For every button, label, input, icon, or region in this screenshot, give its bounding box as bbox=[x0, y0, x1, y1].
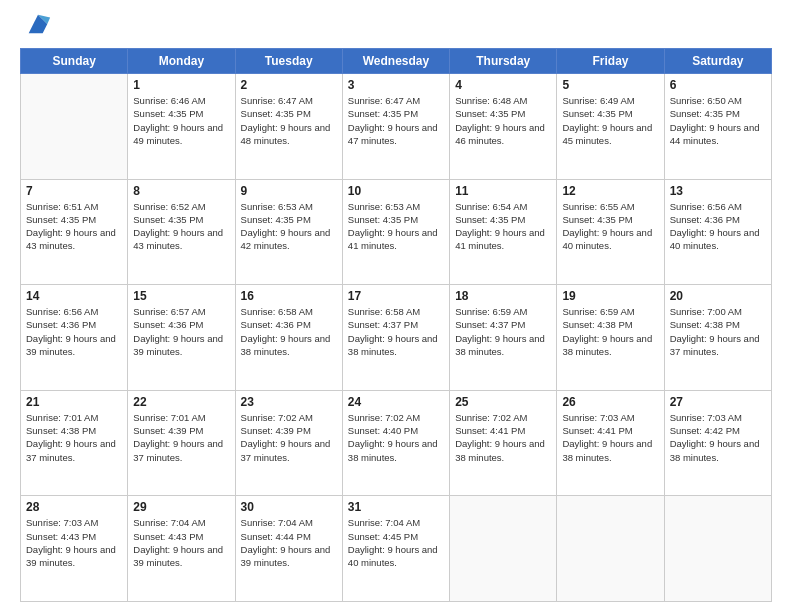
day-number: 11 bbox=[455, 184, 551, 198]
calendar-cell: 19Sunrise: 6:59 AMSunset: 4:38 PMDayligh… bbox=[557, 285, 664, 391]
cell-info: Sunrise: 6:48 AMSunset: 4:35 PMDaylight:… bbox=[455, 94, 551, 147]
cell-info: Sunrise: 6:53 AMSunset: 4:35 PMDaylight:… bbox=[348, 200, 444, 253]
day-number: 19 bbox=[562, 289, 658, 303]
day-number: 28 bbox=[26, 500, 122, 514]
calendar-cell: 15Sunrise: 6:57 AMSunset: 4:36 PMDayligh… bbox=[128, 285, 235, 391]
calendar-cell: 2Sunrise: 6:47 AMSunset: 4:35 PMDaylight… bbox=[235, 74, 342, 180]
cell-info: Sunrise: 7:04 AMSunset: 4:43 PMDaylight:… bbox=[133, 516, 229, 569]
calendar-week-row: 1Sunrise: 6:46 AMSunset: 4:35 PMDaylight… bbox=[21, 74, 772, 180]
cell-info: Sunrise: 7:01 AMSunset: 4:38 PMDaylight:… bbox=[26, 411, 122, 464]
calendar-cell: 11Sunrise: 6:54 AMSunset: 4:35 PMDayligh… bbox=[450, 179, 557, 285]
calendar-cell: 4Sunrise: 6:48 AMSunset: 4:35 PMDaylight… bbox=[450, 74, 557, 180]
day-number: 30 bbox=[241, 500, 337, 514]
calendar-cell: 26Sunrise: 7:03 AMSunset: 4:41 PMDayligh… bbox=[557, 390, 664, 496]
cell-info: Sunrise: 7:04 AMSunset: 4:45 PMDaylight:… bbox=[348, 516, 444, 569]
day-number: 9 bbox=[241, 184, 337, 198]
day-number: 4 bbox=[455, 78, 551, 92]
calendar-cell: 27Sunrise: 7:03 AMSunset: 4:42 PMDayligh… bbox=[664, 390, 771, 496]
calendar-cell bbox=[450, 496, 557, 602]
day-number: 7 bbox=[26, 184, 122, 198]
day-number: 31 bbox=[348, 500, 444, 514]
cell-info: Sunrise: 6:58 AMSunset: 4:36 PMDaylight:… bbox=[241, 305, 337, 358]
cell-info: Sunrise: 7:04 AMSunset: 4:44 PMDaylight:… bbox=[241, 516, 337, 569]
calendar-cell: 18Sunrise: 6:59 AMSunset: 4:37 PMDayligh… bbox=[450, 285, 557, 391]
day-number: 2 bbox=[241, 78, 337, 92]
cell-info: Sunrise: 6:56 AMSunset: 4:36 PMDaylight:… bbox=[670, 200, 766, 253]
cell-info: Sunrise: 6:46 AMSunset: 4:35 PMDaylight:… bbox=[133, 94, 229, 147]
calendar-week-row: 21Sunrise: 7:01 AMSunset: 4:38 PMDayligh… bbox=[21, 390, 772, 496]
cell-info: Sunrise: 7:03 AMSunset: 4:42 PMDaylight:… bbox=[670, 411, 766, 464]
day-number: 13 bbox=[670, 184, 766, 198]
calendar-cell bbox=[557, 496, 664, 602]
calendar-table: SundayMondayTuesdayWednesdayThursdayFrid… bbox=[20, 48, 772, 602]
weekday-header: Wednesday bbox=[342, 49, 449, 74]
day-number: 16 bbox=[241, 289, 337, 303]
day-number: 24 bbox=[348, 395, 444, 409]
day-number: 29 bbox=[133, 500, 229, 514]
calendar-week-row: 28Sunrise: 7:03 AMSunset: 4:43 PMDayligh… bbox=[21, 496, 772, 602]
cell-info: Sunrise: 7:02 AMSunset: 4:40 PMDaylight:… bbox=[348, 411, 444, 464]
calendar-week-row: 14Sunrise: 6:56 AMSunset: 4:36 PMDayligh… bbox=[21, 285, 772, 391]
cell-info: Sunrise: 6:49 AMSunset: 4:35 PMDaylight:… bbox=[562, 94, 658, 147]
weekday-header: Tuesday bbox=[235, 49, 342, 74]
calendar-cell: 20Sunrise: 7:00 AMSunset: 4:38 PMDayligh… bbox=[664, 285, 771, 391]
calendar-cell: 7Sunrise: 6:51 AMSunset: 4:35 PMDaylight… bbox=[21, 179, 128, 285]
day-number: 21 bbox=[26, 395, 122, 409]
cell-info: Sunrise: 7:00 AMSunset: 4:38 PMDaylight:… bbox=[670, 305, 766, 358]
cell-info: Sunrise: 7:01 AMSunset: 4:39 PMDaylight:… bbox=[133, 411, 229, 464]
weekday-header: Sunday bbox=[21, 49, 128, 74]
page: SundayMondayTuesdayWednesdayThursdayFrid… bbox=[0, 0, 792, 612]
cell-info: Sunrise: 6:50 AMSunset: 4:35 PMDaylight:… bbox=[670, 94, 766, 147]
day-number: 3 bbox=[348, 78, 444, 92]
day-number: 8 bbox=[133, 184, 229, 198]
day-number: 12 bbox=[562, 184, 658, 198]
calendar-cell: 9Sunrise: 6:53 AMSunset: 4:35 PMDaylight… bbox=[235, 179, 342, 285]
calendar-cell bbox=[664, 496, 771, 602]
cell-info: Sunrise: 6:47 AMSunset: 4:35 PMDaylight:… bbox=[241, 94, 337, 147]
cell-info: Sunrise: 6:57 AMSunset: 4:36 PMDaylight:… bbox=[133, 305, 229, 358]
day-number: 1 bbox=[133, 78, 229, 92]
calendar-week-row: 7Sunrise: 6:51 AMSunset: 4:35 PMDaylight… bbox=[21, 179, 772, 285]
calendar-cell: 5Sunrise: 6:49 AMSunset: 4:35 PMDaylight… bbox=[557, 74, 664, 180]
day-number: 6 bbox=[670, 78, 766, 92]
day-number: 25 bbox=[455, 395, 551, 409]
weekday-header: Monday bbox=[128, 49, 235, 74]
calendar-cell bbox=[21, 74, 128, 180]
calendar-cell: 17Sunrise: 6:58 AMSunset: 4:37 PMDayligh… bbox=[342, 285, 449, 391]
calendar-cell: 1Sunrise: 6:46 AMSunset: 4:35 PMDaylight… bbox=[128, 74, 235, 180]
calendar-cell: 22Sunrise: 7:01 AMSunset: 4:39 PMDayligh… bbox=[128, 390, 235, 496]
calendar-cell: 6Sunrise: 6:50 AMSunset: 4:35 PMDaylight… bbox=[664, 74, 771, 180]
day-number: 22 bbox=[133, 395, 229, 409]
calendar-cell: 13Sunrise: 6:56 AMSunset: 4:36 PMDayligh… bbox=[664, 179, 771, 285]
calendar-cell: 14Sunrise: 6:56 AMSunset: 4:36 PMDayligh… bbox=[21, 285, 128, 391]
day-number: 17 bbox=[348, 289, 444, 303]
weekday-header: Thursday bbox=[450, 49, 557, 74]
cell-info: Sunrise: 7:02 AMSunset: 4:41 PMDaylight:… bbox=[455, 411, 551, 464]
cell-info: Sunrise: 6:56 AMSunset: 4:36 PMDaylight:… bbox=[26, 305, 122, 358]
cell-info: Sunrise: 6:47 AMSunset: 4:35 PMDaylight:… bbox=[348, 94, 444, 147]
weekday-header: Saturday bbox=[664, 49, 771, 74]
day-number: 5 bbox=[562, 78, 658, 92]
calendar-cell: 25Sunrise: 7:02 AMSunset: 4:41 PMDayligh… bbox=[450, 390, 557, 496]
calendar-cell: 21Sunrise: 7:01 AMSunset: 4:38 PMDayligh… bbox=[21, 390, 128, 496]
calendar-cell: 8Sunrise: 6:52 AMSunset: 4:35 PMDaylight… bbox=[128, 179, 235, 285]
day-number: 23 bbox=[241, 395, 337, 409]
day-number: 20 bbox=[670, 289, 766, 303]
calendar-cell: 30Sunrise: 7:04 AMSunset: 4:44 PMDayligh… bbox=[235, 496, 342, 602]
calendar-cell: 10Sunrise: 6:53 AMSunset: 4:35 PMDayligh… bbox=[342, 179, 449, 285]
logo bbox=[20, 18, 52, 38]
cell-info: Sunrise: 6:51 AMSunset: 4:35 PMDaylight:… bbox=[26, 200, 122, 253]
day-number: 15 bbox=[133, 289, 229, 303]
calendar-cell: 29Sunrise: 7:04 AMSunset: 4:43 PMDayligh… bbox=[128, 496, 235, 602]
calendar-cell: 23Sunrise: 7:02 AMSunset: 4:39 PMDayligh… bbox=[235, 390, 342, 496]
cell-info: Sunrise: 6:59 AMSunset: 4:37 PMDaylight:… bbox=[455, 305, 551, 358]
cell-info: Sunrise: 7:02 AMSunset: 4:39 PMDaylight:… bbox=[241, 411, 337, 464]
weekday-header: Friday bbox=[557, 49, 664, 74]
day-number: 18 bbox=[455, 289, 551, 303]
calendar-cell: 31Sunrise: 7:04 AMSunset: 4:45 PMDayligh… bbox=[342, 496, 449, 602]
cell-info: Sunrise: 7:03 AMSunset: 4:43 PMDaylight:… bbox=[26, 516, 122, 569]
cell-info: Sunrise: 7:03 AMSunset: 4:41 PMDaylight:… bbox=[562, 411, 658, 464]
day-number: 10 bbox=[348, 184, 444, 198]
calendar-cell: 28Sunrise: 7:03 AMSunset: 4:43 PMDayligh… bbox=[21, 496, 128, 602]
calendar-cell: 3Sunrise: 6:47 AMSunset: 4:35 PMDaylight… bbox=[342, 74, 449, 180]
